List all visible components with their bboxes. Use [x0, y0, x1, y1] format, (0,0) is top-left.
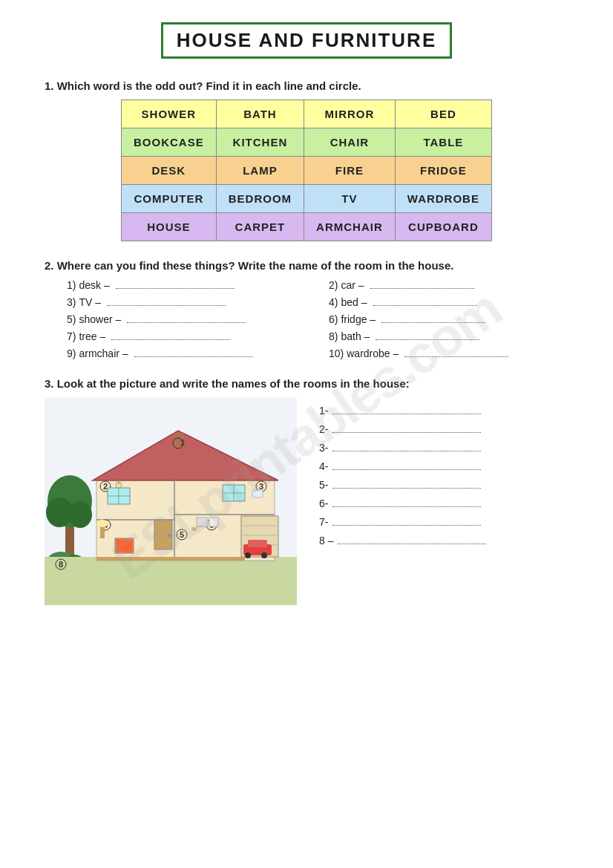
odd-table-cell: CARPET	[216, 213, 304, 241]
section1: 1. Which word is the odd out? Find it in…	[45, 79, 568, 241]
svg-rect-45	[191, 527, 197, 531]
svg-rect-57	[209, 518, 218, 526]
section1-label: 1. Which word is the odd out? Find it in…	[45, 79, 568, 92]
q3-answer-item: 1-	[319, 405, 568, 417]
odd-table-cell: BED	[395, 100, 491, 128]
odd-table-cell: SHOWER	[122, 100, 217, 128]
q3-answer-item: 3-	[319, 442, 568, 454]
odd-table-cell: TV	[304, 185, 396, 213]
q2-item: 1)desk –	[67, 279, 306, 291]
q2-item: 8)bath –	[329, 330, 568, 342]
q2-word: tree –	[79, 330, 105, 342]
q2-num: 9)	[67, 347, 76, 359]
q3-answer-line	[338, 544, 486, 544]
odd-table-cell: ARMCHAIR	[304, 213, 396, 241]
q2-item: 7)tree –	[67, 330, 306, 342]
q3-answer-item: 2-	[319, 423, 568, 435]
section2-label: 2. Where can you find these things? Writ…	[45, 259, 568, 272]
q2-item: 4)bed –	[329, 296, 568, 308]
q2-item: 5)shower –	[67, 313, 306, 325]
q2-num: 7)	[67, 330, 76, 342]
svg-rect-53	[248, 540, 267, 547]
q3-answer-item: 8 –	[319, 535, 568, 546]
q3-answer-label: 4-	[319, 460, 328, 472]
section3: 3. Look at the picture and write the nam…	[45, 377, 568, 605]
q3-answer-label: 2-	[319, 423, 328, 435]
q3-answer-line	[332, 469, 481, 470]
q3-answer-item: 6-	[319, 497, 568, 509]
q2-word: bath –	[341, 330, 370, 342]
q2-item: 9)armchair –	[67, 347, 306, 359]
odd-table-cell: TABLE	[395, 128, 491, 157]
q2-answer-line	[134, 356, 253, 357]
odd-table-cell: HOUSE	[122, 213, 217, 241]
q2-num: 5)	[67, 313, 76, 325]
odd-table-cell: MIRROR	[304, 100, 396, 128]
q3-answer-line	[332, 414, 481, 414]
q2-answer-line	[404, 356, 508, 357]
q2-num: 1)	[67, 279, 76, 291]
house-illustration: 1 2 3 4 5	[45, 397, 297, 605]
odd-one-out-table: SHOWERBATHMIRRORBEDBOOKCASEKITCHENCHAIRT…	[121, 99, 492, 241]
q3-answer-label: 3-	[319, 442, 328, 454]
odd-table-cell: FRIDGE	[395, 157, 491, 185]
q2-word: TV –	[79, 296, 101, 308]
q3-answer-item: 7-	[319, 516, 568, 528]
svg-point-54	[245, 552, 251, 558]
q3-answer-label: 7-	[319, 516, 328, 528]
q2-item: 2)car –	[329, 279, 568, 291]
odd-table-cell: LAMP	[216, 157, 304, 185]
q3-answer-line	[332, 525, 481, 526]
svg-rect-40	[252, 490, 263, 497]
q2-answer-line	[127, 322, 246, 323]
q2-answer-line	[376, 339, 479, 340]
q2-answer-line	[116, 288, 235, 289]
svg-rect-7	[45, 557, 297, 605]
q2-num: 2)	[329, 279, 338, 291]
q2-num: 6)	[329, 313, 338, 325]
q2-item: 6)fridge –	[329, 313, 568, 325]
odd-table-cell: BOOKCASE	[122, 128, 217, 157]
odd-table-cell: KITCHEN	[216, 128, 304, 157]
q3-answer-item: 4-	[319, 460, 568, 472]
section2: 2. Where can you find these things? Writ…	[45, 259, 568, 359]
svg-rect-58	[96, 557, 245, 561]
svg-point-55	[261, 552, 267, 558]
q2-answer-line	[373, 305, 477, 306]
svg-point-4	[68, 501, 92, 528]
q2-num: 3)	[67, 296, 76, 308]
q3-answer-item: 5-	[319, 479, 568, 491]
q2-answer-line	[111, 339, 230, 340]
q2-word: armchair –	[79, 347, 128, 359]
odd-table-cell: FIRE	[304, 157, 396, 185]
svg-point-44	[96, 520, 108, 527]
q2-answer-line	[381, 322, 485, 323]
q3-answer-label: 8 –	[319, 535, 333, 546]
odd-table-cell: DESK	[122, 157, 217, 185]
svg-rect-42	[117, 540, 132, 552]
q2-word: shower –	[79, 313, 121, 325]
svg-rect-56	[197, 518, 208, 526]
section3-label: 3. Look at the picture and write the nam…	[45, 377, 568, 390]
svg-text:2: 2	[103, 482, 108, 491]
odd-table-cell: BEDROOM	[216, 185, 304, 213]
svg-point-31	[168, 534, 171, 537]
q3-answer-label: 1-	[319, 405, 328, 417]
q2-word: desk –	[79, 279, 109, 291]
q3-answer-line	[332, 451, 481, 451]
odd-table-cell: CUPBOARD	[395, 213, 491, 241]
odd-table-cell: BATH	[216, 100, 304, 128]
q2-word: fridge –	[341, 313, 376, 325]
q3-content: 1 2 3 4 5	[45, 397, 568, 605]
odd-table-cell: CHAIR	[304, 128, 396, 157]
q3-answers: 1-2-3-4-5-6-7-8 –	[319, 405, 568, 546]
q3-answer-line	[332, 432, 481, 433]
svg-text:3: 3	[259, 482, 263, 491]
q2-word: wardrobe –	[347, 347, 399, 359]
page-title: HOUSE AND FURNITURE	[161, 22, 452, 59]
q2-item: 3)TV –	[67, 296, 306, 308]
q2-num: 8)	[329, 330, 338, 342]
title-wrapper: HOUSE AND FURNITURE	[45, 22, 568, 59]
house-svg: 1 2 3 4 5	[45, 397, 297, 605]
q3-answer-line	[332, 506, 481, 507]
